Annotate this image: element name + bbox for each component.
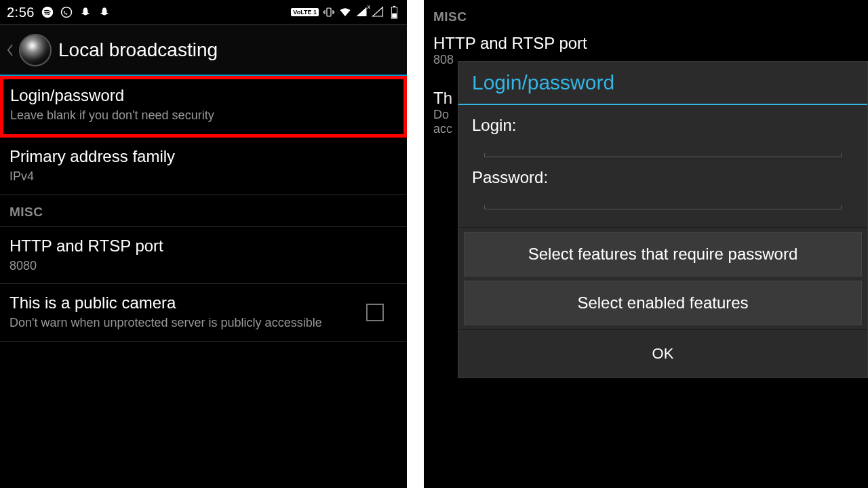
header-title: Local broadcasting [58,39,218,61]
dialog-title: Login/password [458,62,867,105]
item-subtitle: 8080 [9,258,397,274]
snapchat-icon [79,6,92,18]
password-label: Password: [472,168,854,187]
item-title: This is a public camera [9,293,322,312]
item-subtitle: Don't warn when unprotected server is pu… [9,315,322,331]
svg-point-1 [61,7,71,18]
item-subtitle: IPv4 [9,169,397,184]
svg-rect-2 [327,8,331,16]
password-input[interactable] [484,209,842,209]
item-title: HTTP and RTSP port [9,237,397,256]
svg-rect-4 [393,6,395,7]
vibrate-icon [323,6,335,18]
status-bar: 2:56 VoLTE 1 x [0,0,407,24]
whatsapp-icon [60,6,73,18]
login-input[interactable] [484,157,842,157]
login-input-wrap [472,157,854,168]
public-camera-checkbox[interactable] [366,304,384,321]
misc-section-header: MISC [424,0,868,31]
login-password-dialog: Login/password Login: Password: Select f… [458,61,868,378]
password-input-wrap [472,209,854,220]
divider [458,227,867,228]
select-enabled-features-button[interactable]: Select enabled features [464,281,862,325]
login-label: Login: [472,116,854,135]
item-subtitle: Leave blank if you don't need security [10,108,397,123]
screen-header[interactable]: Local broadcasting [0,24,407,76]
select-features-password-button[interactable]: Select features that require password [464,232,862,277]
settings-screen-right: MISC HTTP and RTSP port 808 Th Do acc Lo… [424,0,868,488]
signal-icon: x [355,6,368,18]
ok-button[interactable]: OK [458,329,867,378]
snapchat-icon-2 [98,6,111,18]
http-port-item[interactable]: HTTP and RTSP port 8080 [0,227,407,284]
public-camera-item[interactable]: This is a public camera Don't warn when … [0,284,407,341]
status-bar-right: VoLTE 1 x [291,6,400,18]
item-text: This is a public camera Don't warn when … [9,293,322,331]
battery-icon [388,6,400,18]
item-title: HTTP and RTSP port [433,34,859,53]
volte-badge: VoLTE 1 [291,8,319,16]
login-password-item[interactable]: Login/password Leave blank if you don't … [0,76,407,138]
app-lens-icon [19,34,52,66]
clock: 2:56 [7,5,35,20]
status-bar-left: 2:56 [7,5,111,20]
misc-section-header: MISC [0,195,407,227]
settings-screen-left: 2:56 VoLTE 1 x [0,0,407,488]
item-title: Primary address family [9,147,397,166]
spotify-icon [41,6,54,18]
primary-address-item[interactable]: Primary address family IPv4 [0,138,407,195]
back-icon[interactable] [4,34,16,66]
dialog-body: Login: Password: [458,105,867,227]
signal-empty-icon [372,6,384,18]
wifi-icon [339,6,351,18]
panel-gap [407,0,424,488]
svg-rect-5 [392,14,397,18]
item-title: Login/password [10,86,397,105]
